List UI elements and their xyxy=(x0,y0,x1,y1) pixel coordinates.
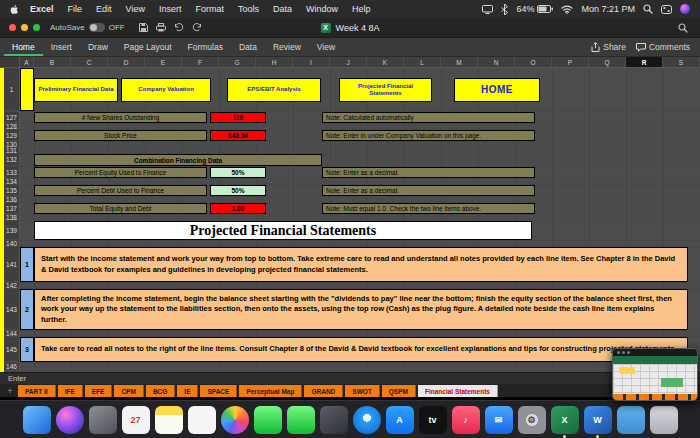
row-header-140[interactable]: 140 xyxy=(4,241,20,246)
pip-window[interactable] xyxy=(612,348,698,401)
instruction-marker-3[interactable]: 3 xyxy=(20,337,34,362)
cell-label-129[interactable]: Stock Price xyxy=(34,130,207,141)
row-header-128[interactable]: 128 xyxy=(4,124,20,129)
row-header-144[interactable]: 144 xyxy=(4,331,20,336)
dock-icon-launchpad[interactable] xyxy=(89,406,117,434)
sheet-tab-cpm[interactable]: CPM xyxy=(114,385,143,397)
row-header-1[interactable]: 1 xyxy=(4,68,20,111)
sheet-tab-bcg[interactable]: BCG xyxy=(146,385,175,397)
ribbon-tab-view[interactable]: View xyxy=(309,38,343,56)
column-header-g[interactable]: G xyxy=(219,57,256,67)
nav-button-projected-financial-statements[interactable]: Projected Financial Statements xyxy=(339,78,432,102)
sheet-tab-grand[interactable]: GRAND xyxy=(304,385,343,397)
print-icon[interactable] xyxy=(156,23,166,32)
row-header-145[interactable]: 145 xyxy=(4,337,20,362)
dock-icon-photos[interactable] xyxy=(221,406,249,434)
ribbon-tab-data[interactable]: Data xyxy=(231,38,265,56)
spotlight-icon[interactable] xyxy=(643,4,653,14)
column-header-f[interactable]: F xyxy=(182,57,219,67)
undo-icon[interactable] xyxy=(174,23,184,32)
instruction-text-2[interactable]: After completing the income statement, b… xyxy=(34,289,688,330)
instruction-text-3[interactable]: Take care to read all notes to the right… xyxy=(34,337,688,362)
dock-icon-calendar[interactable]: 27 xyxy=(122,406,150,434)
wifi-icon[interactable] xyxy=(561,5,573,14)
apple-menu-icon[interactable] xyxy=(10,4,19,15)
sheet-tab-perceptual-map[interactable]: Perceptual Map xyxy=(239,385,302,397)
menu-insert[interactable]: Insert xyxy=(152,4,189,14)
sheet-tab-qspm[interactable]: QSPM xyxy=(382,385,416,397)
nav-button-home[interactable]: HOME xyxy=(454,78,540,102)
dock-icon-safari[interactable] xyxy=(353,406,381,434)
nav-button-eps-ebit-analysis[interactable]: EPS/EBIT Analysis xyxy=(227,78,321,102)
ribbon-tab-formulas[interactable]: Formulas xyxy=(180,38,231,56)
column-header-o[interactable]: O xyxy=(515,57,552,67)
dock-icon-apple-tv[interactable]: tv xyxy=(419,406,447,434)
sheet-tab-ie[interactable]: IE xyxy=(177,385,198,397)
dock-icon-system-preferences[interactable]: ⚙ xyxy=(518,406,546,434)
column-header-c[interactable]: C xyxy=(71,57,108,67)
menu-help[interactable]: Help xyxy=(345,4,378,14)
comments-button[interactable]: Comments xyxy=(636,42,690,52)
row-header-132[interactable]: 132 xyxy=(4,154,20,166)
column-header-q[interactable]: Q xyxy=(589,57,626,67)
sheet-title-banner[interactable]: Projected Financial Statements xyxy=(34,221,532,240)
menu-bar-clock[interactable]: Mon 7:21 PM xyxy=(581,4,635,14)
sheet-tab-financial-statements[interactable]: Financial Statements xyxy=(418,385,498,397)
control-center-icon[interactable] xyxy=(661,5,672,14)
redo-icon[interactable] xyxy=(192,23,202,32)
dock-icon-excel[interactable]: X xyxy=(551,406,579,434)
titlebar-search-icon[interactable] xyxy=(678,23,700,33)
cell-value-127[interactable]: 110 xyxy=(210,112,266,123)
cell-label-137[interactable]: Total Equity and Debt xyxy=(34,203,207,214)
row-header-142[interactable]: 142 xyxy=(4,283,20,288)
section-header-combination-financing-data[interactable]: Combination Financing Data xyxy=(34,154,322,166)
instruction-marker-2[interactable]: 2 xyxy=(20,289,34,330)
column-header-k[interactable]: K xyxy=(367,57,404,67)
dock-icon-messages[interactable] xyxy=(254,406,282,434)
column-header-j[interactable]: J xyxy=(330,57,367,67)
dock-icon-word[interactable]: W xyxy=(584,406,612,434)
dock-icon-reminders[interactable] xyxy=(188,406,216,434)
column-header-h[interactable]: H xyxy=(256,57,293,67)
save-icon[interactable] xyxy=(139,23,148,32)
row-header-146[interactable]: 146 xyxy=(4,363,20,371)
autosave-toggle[interactable] xyxy=(89,23,105,32)
column-header-d[interactable]: D xyxy=(108,57,145,67)
row-header-129[interactable]: 129 xyxy=(4,130,20,141)
select-all-corner[interactable] xyxy=(0,57,20,67)
row-header-136[interactable]: 136 xyxy=(4,197,20,202)
row-header-131[interactable]: 131 xyxy=(4,148,20,153)
row-header-138[interactable]: 138 xyxy=(4,215,20,220)
dock-icon-finder[interactable] xyxy=(23,406,51,434)
cell-note-133[interactable]: Note: Enter as a decimal. xyxy=(322,167,535,178)
sheet-tab-space[interactable]: SPACE xyxy=(200,385,237,397)
nav-button-preliminary-financial-data[interactable]: Preliminary Financial Data xyxy=(34,78,118,102)
share-button[interactable]: Share xyxy=(591,42,626,52)
cell-note-127[interactable]: Note: Calculated automatically xyxy=(322,112,535,123)
instruction-marker-1[interactable]: 1 xyxy=(20,247,34,282)
menu-app-name[interactable]: Excel xyxy=(23,4,61,14)
column-header-l[interactable]: L xyxy=(404,57,441,67)
bluetooth-icon[interactable] xyxy=(501,4,508,15)
sheet-tab-part-ii[interactable]: PART II xyxy=(18,385,56,397)
row-header-135[interactable]: 135 xyxy=(4,185,20,196)
dock-icon-trash[interactable] xyxy=(650,406,678,434)
nav-button-company-valuation[interactable]: Company Valuation xyxy=(121,78,211,102)
cell-note-135[interactable]: Note: Enter as a decimal. xyxy=(322,185,535,196)
dock-icon-siri[interactable] xyxy=(56,406,84,434)
column-header-s[interactable]: S xyxy=(663,57,700,67)
row-header-134[interactable]: 134 xyxy=(4,179,20,184)
ribbon-tab-insert[interactable]: Insert xyxy=(43,38,80,56)
dock-icon-mail[interactable]: ✉ xyxy=(485,406,513,434)
cell-value-135[interactable]: 50% xyxy=(210,185,266,196)
sheet-tab-ife[interactable]: IFE xyxy=(58,385,83,397)
row-header-143[interactable]: 143 xyxy=(4,289,20,330)
ribbon-tab-page-layout[interactable]: Page Layout xyxy=(116,38,180,56)
ribbon-tab-home[interactable]: Home xyxy=(4,38,43,56)
siri-icon[interactable] xyxy=(680,4,690,14)
sheet-tab-swot[interactable]: SWOT xyxy=(345,385,380,397)
cell-value-137[interactable]: 1.00 xyxy=(210,203,266,214)
cell-a1[interactable] xyxy=(20,68,34,111)
column-header-m[interactable]: M xyxy=(441,57,478,67)
display-icon[interactable] xyxy=(482,5,493,14)
